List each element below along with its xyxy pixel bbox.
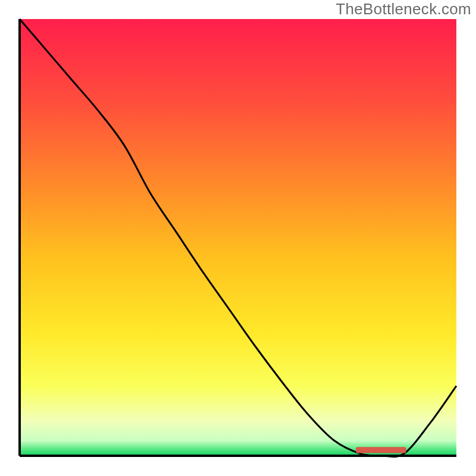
optimal-range-marker [356, 447, 406, 453]
bottleneck-chart [0, 0, 476, 476]
plot-gradient-background [20, 19, 456, 456]
